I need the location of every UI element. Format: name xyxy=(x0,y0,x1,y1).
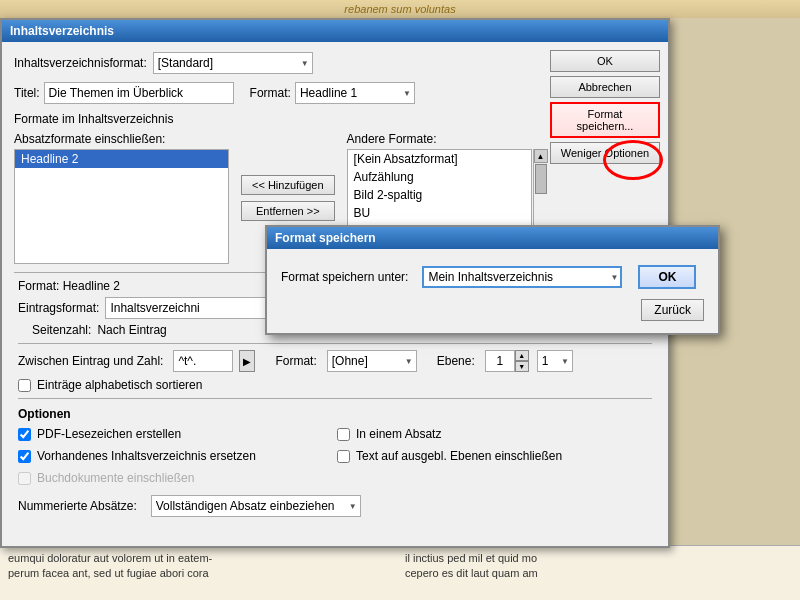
in-einem-label: In einem Absatz xyxy=(356,427,441,441)
in-einem-row: In einem Absatz xyxy=(337,427,652,441)
ebene-spinbox: ▲ ▼ xyxy=(485,350,529,372)
sub-dialog-titlebar: Format speichern xyxy=(267,227,718,249)
separator2 xyxy=(18,343,652,344)
buch-label: Buchdokumente einschließen xyxy=(37,471,194,485)
format-select[interactable]: Headline 1 xyxy=(295,82,415,104)
absatzformate-area: Absatzformate einschließen: Headline 2 xyxy=(14,132,229,264)
zwischen-arrow-btn[interactable]: ▶ xyxy=(239,350,255,372)
inhaltsverzeichnisformat-label: Inhaltsverzeichnisformat: xyxy=(14,56,147,70)
andere-formate-label: Andere Formate: xyxy=(347,132,547,146)
andere-item-bu[interactable]: BU xyxy=(348,204,531,222)
text-ausgebl-row: Text auf ausgebl. Ebenen einschließen xyxy=(337,449,652,463)
titel-label: Titel: xyxy=(14,86,40,100)
sub-dialog-buttons: Zurück xyxy=(281,299,704,321)
format-speichern-unter-row: Format speichern unter: Mein Inhaltsverz… xyxy=(281,265,704,289)
andere-item-kein[interactable]: [Kein Absatzformat] xyxy=(348,150,531,168)
absatz-listbox[interactable]: Headline 2 xyxy=(14,149,229,264)
format-headline-label2: Format: xyxy=(250,86,291,100)
format-ohne-select-wrapper: [Ohne] xyxy=(327,350,417,372)
titel-input[interactable] xyxy=(44,82,234,104)
inhaltsverzeichnisformat-select[interactable]: [Standard] xyxy=(153,52,313,74)
formate-section-title: Formate im Inhaltsverzeichnis xyxy=(14,112,656,126)
format-speichern-unter-select-wrapper: Mein Inhaltsverzeichnis xyxy=(422,266,622,288)
andere-item-aufzahlung[interactable]: Aufzählung xyxy=(348,168,531,186)
main-dialog-title: Inhaltsverzeichnis xyxy=(10,24,114,38)
vorhandenes-checkbox[interactable] xyxy=(18,450,31,463)
format-ohne-label: Format: xyxy=(275,354,316,368)
zwischen-input[interactable] xyxy=(173,350,233,372)
bottom-text-left: eumqui doloratur aut volorem ut in eatem… xyxy=(8,551,395,595)
spin-up-btn[interactable]: ▲ xyxy=(515,350,529,361)
buch-row: Buchdokumente einschließen xyxy=(18,471,333,485)
format-headline2-label: Format: Headline 2 xyxy=(18,279,120,293)
sub-dialog: Format speichern Format speichern unter:… xyxy=(265,225,720,335)
zwischen-row: Zwischen Eintrag und Zahl: ▶ Format: [Oh… xyxy=(18,350,652,372)
sub-dialog-body: Format speichern unter: Mein Inhaltsverz… xyxy=(267,249,718,331)
pdf-row: PDF-Lesezeichen erstellen xyxy=(18,427,333,441)
inhaltsverzeichnisformat-select-wrapper: [Standard] xyxy=(153,52,313,74)
absatzformate-label: Absatzformate einschließen: xyxy=(14,132,229,146)
alphabetisch-row: Einträge alphabetisch sortieren xyxy=(18,378,652,392)
format-speichern-unter-label: Format speichern unter: xyxy=(281,270,408,284)
options-section: Optionen PDF-Lesezeichen erstellen In ei… xyxy=(18,407,652,517)
nummerierte-select-wrapper: Vollständigen Absatz einbeziehen xyxy=(151,495,361,517)
spin-down-btn[interactable]: ▼ xyxy=(515,361,529,372)
seitenzahl-value: Nach Eintrag xyxy=(97,323,166,337)
buch-checkbox[interactable] xyxy=(18,472,31,485)
pdf-label: PDF-Lesezeichen erstellen xyxy=(37,427,181,441)
zuruck-button[interactable]: Zurück xyxy=(641,299,704,321)
zwischen-label: Zwischen Eintrag und Zahl: xyxy=(18,354,163,368)
ebene-label: Ebene: xyxy=(437,354,475,368)
nummerierte-row: Nummerierte Absätze: Vollständigen Absat… xyxy=(18,495,652,517)
nummerierte-select[interactable]: Vollständigen Absatz einbeziehen xyxy=(151,495,361,517)
bottom-text-area: eumqui doloratur aut volorem ut in eatem… xyxy=(0,545,800,600)
top-banner: rebanem sum voluntas xyxy=(0,0,800,18)
nummerierte-label: Nummerierte Absätze: xyxy=(18,499,137,513)
sub-ok-button[interactable]: OK xyxy=(638,265,696,289)
vorhandenes-label: Vorhandenes Inhaltsverzeichnis ersetzen xyxy=(37,449,256,463)
ebene-select-wrapper: 1 xyxy=(537,350,573,372)
format-ohne-select[interactable]: [Ohne] xyxy=(327,350,417,372)
seitenzahl-label: Seitenzahl: xyxy=(32,323,91,337)
pdf-checkbox[interactable] xyxy=(18,428,31,441)
hinzufugen-button[interactable]: << Hinzufügen xyxy=(241,175,335,195)
in-einem-checkbox[interactable] xyxy=(337,428,350,441)
text-ausgebl-label: Text auf ausgebl. Ebenen einschließen xyxy=(356,449,562,463)
absatz-item-headline2[interactable]: Headline 2 xyxy=(15,150,228,168)
alphabetisch-label: Einträge alphabetisch sortieren xyxy=(37,378,202,392)
format-select-wrapper: Headline 1 xyxy=(295,82,415,104)
titel-format-row: Titel: Format: Headline 1 xyxy=(14,82,656,104)
format-speichern-unter-select[interactable]: Mein Inhaltsverzeichnis xyxy=(422,266,622,288)
sub-dialog-title: Format speichern xyxy=(275,231,376,245)
entfernen-button[interactable]: Entfernen >> xyxy=(241,201,335,221)
eintragsformat-label: Eintragsformat: xyxy=(18,301,99,315)
vorhandenes-row: Vorhandenes Inhaltsverzeichnis ersetzen xyxy=(18,449,333,463)
separator3 xyxy=(18,398,652,399)
text-ausgebl-checkbox[interactable] xyxy=(337,450,350,463)
scroll-up-arrow[interactable]: ▲ xyxy=(534,149,548,163)
eintragsformat-input[interactable] xyxy=(105,297,285,319)
alphabetisch-checkbox[interactable] xyxy=(18,379,31,392)
andere-item-bild[interactable]: Bild 2-spaltig xyxy=(348,186,531,204)
scroll-thumb[interactable] xyxy=(535,164,547,194)
options-title: Optionen xyxy=(18,407,652,421)
ebene-input[interactable] xyxy=(485,350,515,372)
inhaltsverzeichnisformat-row: Inhaltsverzeichnisformat: [Standard] xyxy=(14,52,656,74)
options-grid: PDF-Lesezeichen erstellen In einem Absat… xyxy=(18,427,652,489)
absatz-list-container: Headline 2 xyxy=(14,149,229,264)
bottom-text-right: il inctius ped mil et quid mo cepero es … xyxy=(405,551,792,595)
spin-buttons: ▲ ▼ xyxy=(515,350,529,372)
main-dialog-titlebar: Inhaltsverzeichnis xyxy=(2,20,668,42)
ebene-select[interactable]: 1 xyxy=(537,350,573,372)
